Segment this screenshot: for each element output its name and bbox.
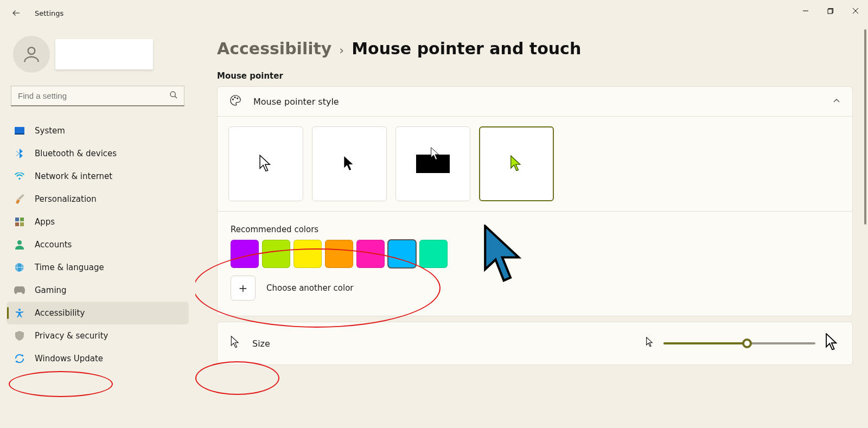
section-mouse-pointer-label: Mouse pointer — [217, 71, 853, 81]
sidebar-item-apps[interactable]: Apps — [7, 210, 189, 233]
pointer-style-options — [218, 117, 852, 211]
color-swatch-orange[interactable] — [325, 240, 353, 268]
pointer-style-white[interactable] — [228, 126, 303, 201]
sidebar-item-bluetooth[interactable]: Bluetooth & devices — [7, 142, 189, 165]
sidebar-item-network[interactable]: Network & internet — [7, 165, 189, 188]
sidebar-item-time-language[interactable]: Time & language — [7, 256, 189, 279]
slider-thumb[interactable] — [742, 338, 752, 348]
color-swatch-lime[interactable] — [262, 240, 290, 268]
color-swatch-cyan[interactable] — [388, 240, 416, 268]
update-icon — [14, 353, 25, 364]
minimize-button[interactable] — [793, 0, 818, 22]
svg-line-8 — [175, 96, 177, 98]
svg-point-15 — [17, 240, 22, 245]
pointer-style-card: Mouse pointer style — [217, 86, 853, 316]
sidebar-item-label: Network & internet — [35, 171, 112, 181]
maximize-button[interactable] — [818, 0, 843, 22]
svg-point-6 — [28, 47, 35, 54]
svg-rect-13 — [15, 222, 19, 226]
user-name-panel[interactable] — [55, 39, 153, 69]
sidebar-item-label: Time & language — [35, 263, 104, 272]
color-swatch-teal[interactable] — [419, 240, 448, 268]
svg-rect-10 — [15, 133, 24, 135]
apps-icon — [14, 216, 25, 227]
page-title: Mouse pointer and touch — [352, 39, 581, 58]
sidebar: System Bluetooth & devices Network & int… — [0, 26, 195, 428]
globe-clock-icon — [14, 262, 25, 273]
pointer-style-header[interactable]: Mouse pointer style — [218, 87, 852, 116]
size-card: Size — [217, 322, 853, 365]
breadcrumb: Accessibility › Mouse pointer and touch — [217, 39, 853, 58]
annotation-ellipse — [195, 361, 279, 395]
pointer-style-title: Mouse pointer style — [253, 97, 339, 107]
scrollbar[interactable] — [860, 26, 868, 428]
sidebar-item-label: Personalization — [35, 194, 97, 204]
system-icon — [14, 125, 25, 136]
search-input[interactable] — [11, 86, 184, 106]
sidebar-item-accessibility[interactable]: Accessibility — [7, 302, 189, 324]
app-title: Settings — [35, 9, 63, 17]
sidebar-item-accounts[interactable]: Accounts — [7, 233, 189, 256]
breadcrumb-parent[interactable]: Accessibility — [217, 39, 331, 58]
sidebar-item-label: Apps — [35, 217, 55, 227]
sidebar-item-label: Accounts — [35, 240, 72, 250]
svg-rect-2 — [828, 9, 832, 14]
avatar[interactable] — [13, 36, 50, 73]
pointer-style-inverted[interactable] — [395, 126, 470, 201]
sidebar-item-label: Windows Update — [35, 354, 103, 363]
cursor-large-icon — [825, 333, 839, 354]
sidebar-item-label: Privacy & security — [35, 331, 108, 341]
gamepad-icon — [14, 285, 25, 296]
cursor-icon — [231, 336, 240, 351]
shield-icon — [14, 330, 25, 341]
palette-icon — [229, 94, 241, 108]
choose-another-color-label: Choose another color — [266, 283, 354, 293]
svg-point-18 — [233, 99, 234, 100]
close-button[interactable] — [843, 0, 868, 22]
sidebar-item-label: Accessibility — [35, 308, 85, 318]
svg-point-20 — [237, 98, 238, 99]
pointer-style-black[interactable] — [312, 126, 387, 201]
bluetooth-icon — [14, 148, 25, 159]
svg-point-19 — [234, 97, 235, 98]
svg-point-7 — [170, 92, 175, 97]
paintbrush-icon — [14, 194, 25, 205]
color-swatch-purple[interactable] — [231, 240, 259, 268]
sidebar-item-system[interactable]: System — [7, 119, 189, 142]
svg-rect-12 — [20, 218, 24, 221]
plus-icon: + — [239, 282, 248, 295]
sidebar-item-personalization[interactable]: Personalization — [7, 188, 189, 210]
nav-list: System Bluetooth & devices Network & int… — [7, 119, 189, 370]
chevron-up-icon — [833, 97, 840, 107]
color-swatch-pink[interactable] — [356, 240, 385, 268]
search-icon — [169, 91, 178, 101]
pointer-style-custom[interactable] — [479, 126, 554, 201]
color-swatches — [231, 240, 448, 268]
svg-rect-11 — [15, 218, 19, 221]
choose-another-color-button[interactable]: + — [231, 276, 256, 301]
sidebar-item-privacy[interactable]: Privacy & security — [7, 324, 189, 347]
sidebar-item-windows-update[interactable]: Windows Update — [7, 347, 189, 370]
sidebar-item-gaming[interactable]: Gaming — [7, 279, 189, 302]
cursor-small-icon — [646, 337, 654, 350]
main-content: Accessibility › Mouse pointer and touch … — [195, 26, 868, 428]
svg-point-17 — [18, 309, 21, 311]
back-button[interactable] — [11, 8, 22, 18]
svg-rect-14 — [20, 222, 24, 226]
chevron-right-icon: › — [339, 43, 344, 57]
size-label: Size — [252, 338, 270, 349]
svg-rect-9 — [15, 127, 24, 133]
sidebar-item-label: Bluetooth & devices — [35, 149, 117, 158]
sidebar-item-label: System — [35, 126, 65, 136]
recommended-colors-label: Recommended colors — [231, 225, 448, 234]
person-icon — [14, 239, 25, 250]
color-swatch-yellow[interactable] — [293, 240, 322, 268]
size-slider[interactable] — [663, 338, 815, 349]
accessibility-icon — [14, 308, 25, 318]
sidebar-item-label: Gaming — [35, 285, 67, 295]
scrollbar-thumb[interactable] — [864, 29, 866, 225]
pointer-color-preview — [480, 225, 529, 301]
wifi-icon — [14, 171, 25, 182]
